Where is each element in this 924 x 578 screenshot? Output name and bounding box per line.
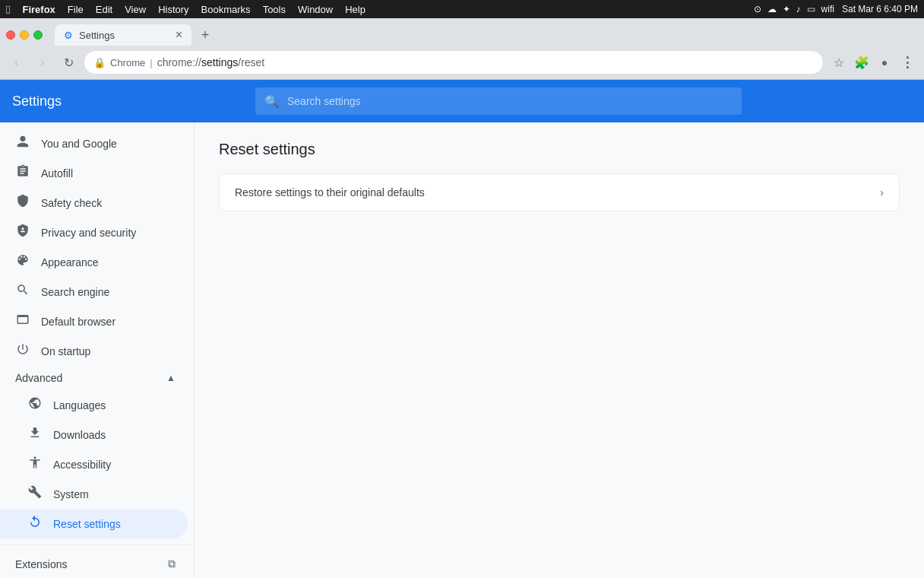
advanced-label: Advanced	[15, 372, 62, 384]
sidebar-item-reset-settings[interactable]: Reset settings	[0, 509, 188, 538]
maximize-window-button[interactable]	[33, 30, 43, 40]
page-title: Reset settings	[219, 141, 900, 158]
sidebar-item-search-engine-label: Search engine	[41, 286, 109, 298]
palette-icon	[15, 253, 30, 271]
sidebar-item-appearance[interactable]: Appearance	[0, 247, 188, 277]
profile-button[interactable]: ●	[874, 52, 895, 73]
menubar-history[interactable]: History	[158, 4, 188, 15]
menubar-firefox[interactable]: Firefox	[22, 4, 55, 15]
download-icon	[27, 426, 43, 443]
sidebar-item-languages-label: Languages	[53, 399, 106, 411]
power-icon	[15, 342, 30, 360]
clipboard-icon	[15, 164, 30, 182]
bluetooth-icon: ✦	[783, 4, 790, 14]
bookmark-button[interactable]: ☆	[828, 52, 850, 73]
sidebar-item-search-engine[interactable]: Search engine	[0, 277, 188, 306]
search-engine-icon	[15, 283, 30, 300]
menubar:  Firefox File Edit View History Bookmar…	[0, 0, 924, 18]
close-window-button[interactable]	[6, 30, 15, 40]
sidebar-item-downloads[interactable]: Downloads	[0, 420, 188, 449]
tab-settings-title: Settings	[79, 30, 169, 41]
sidebar-item-on-startup-label: On startup	[41, 345, 90, 357]
settings-tab[interactable]: ⚙ Settings ×	[55, 24, 191, 46]
menubar-tools[interactable]: Tools	[263, 4, 286, 15]
extensions-label: Extensions	[15, 558, 67, 570]
sidebar-item-accessibility-label: Accessibility	[53, 459, 111, 471]
sidebar-item-downloads-label: Downloads	[53, 429, 106, 441]
back-button[interactable]: ‹	[6, 52, 27, 73]
menubar-view[interactable]: View	[125, 4, 146, 15]
sidebar-item-system-label: System	[53, 488, 89, 500]
browser-icon	[15, 313, 30, 330]
minimize-window-button[interactable]	[20, 30, 29, 40]
forward-button[interactable]: ›	[32, 52, 53, 73]
lock-icon: 🔒	[93, 57, 106, 68]
sidebar-item-languages[interactable]: Languages	[0, 390, 188, 420]
sidebar-item-default-browser-label: Default browser	[41, 316, 115, 328]
wrench-icon	[27, 485, 43, 503]
settings-header: Settings 🔍	[0, 80, 924, 122]
search-icon: 🔍	[264, 94, 280, 109]
new-tab-button[interactable]: +	[195, 24, 216, 46]
window-controls	[6, 30, 43, 40]
address-separator: |	[150, 57, 152, 68]
volume-icon: ♪	[796, 4, 801, 14]
nav-bar: ‹ › ↻ 🔒 Chrome | chrome://settings/reset…	[0, 46, 924, 79]
globe-icon	[27, 396, 43, 414]
refresh-button[interactable]: ↻	[58, 52, 79, 73]
menubar-window[interactable]: Window	[298, 4, 333, 15]
sidebar-divider	[0, 545, 194, 545]
restore-defaults-label: Restore settings to their original defau…	[235, 186, 880, 198]
sidebar: You and Google Autofill Safety check Pri…	[0, 122, 195, 578]
sidebar-item-system[interactable]: System	[0, 479, 188, 509]
main-content: Reset settings Restore settings to their…	[195, 122, 924, 578]
sidebar-item-appearance-label: Appearance	[41, 256, 99, 268]
sidebar-item-accessibility[interactable]: Accessibility	[0, 449, 188, 479]
settings-header-title: Settings	[12, 94, 255, 110]
tab-settings-icon: ⚙	[64, 30, 73, 41]
search-bar[interactable]: 🔍	[255, 87, 742, 115]
external-link-icon: ⧉	[168, 557, 176, 570]
sidebar-item-safety-check[interactable]: Safety check	[0, 188, 188, 218]
sidebar-item-privacy-label: Privacy and security	[41, 227, 136, 239]
accessibility-icon	[27, 456, 43, 473]
person-icon	[15, 135, 30, 152]
sidebar-item-autofill-label: Autofill	[41, 167, 73, 179]
reset-icon	[27, 515, 43, 532]
search-input[interactable]	[287, 95, 733, 107]
wifi-icon: wifi	[821, 4, 834, 14]
shield-icon	[15, 194, 30, 211]
menubar-file[interactable]: File	[68, 4, 84, 15]
url-display: chrome://settings/reset	[157, 56, 265, 68]
menubar-bookmarks[interactable]: Bookmarks	[201, 4, 251, 15]
sidebar-item-extensions[interactable]: Extensions ⧉	[0, 551, 188, 576]
upload-icon: ☁	[767, 4, 777, 14]
screenrecord-icon: ⊙	[754, 4, 761, 14]
menubar-help[interactable]: Help	[345, 4, 365, 15]
datetime: Sat Mar 6 6:40 PM	[842, 4, 918, 14]
sidebar-item-privacy-security[interactable]: Privacy and security	[0, 218, 188, 247]
sidebar-item-safety-check-label: Safety check	[41, 197, 102, 209]
domain-label: Chrome	[110, 57, 145, 68]
address-bar[interactable]: 🔒 Chrome | chrome://settings/reset	[84, 50, 824, 75]
sidebar-item-default-browser[interactable]: Default browser	[0, 306, 188, 336]
settings-wrapper: You and Google Autofill Safety check Pri…	[0, 122, 924, 578]
tab-close-button[interactable]: ×	[176, 29, 182, 41]
sidebar-item-autofill[interactable]: Autofill	[0, 158, 188, 188]
restore-defaults-row[interactable]: Restore settings to their original defau…	[220, 174, 899, 211]
extensions-button[interactable]: 🧩	[851, 52, 872, 73]
sidebar-item-on-startup[interactable]: On startup	[0, 336, 188, 366]
battery-icon: ▭	[807, 4, 815, 14]
menubar-edit[interactable]: Edit	[96, 4, 112, 15]
sidebar-item-reset-label: Reset settings	[53, 518, 121, 530]
apple-menu[interactable]: 	[6, 3, 10, 16]
sidebar-item-you-google-label: You and Google	[41, 138, 117, 150]
menu-button[interactable]: ⋮	[897, 52, 918, 73]
settings-card: Restore settings to their original defau…	[219, 173, 900, 211]
menubar-icons: ⊙ ☁ ✦ ♪ ▭ wifi	[754, 4, 834, 14]
advanced-arrow-icon: ▲	[166, 373, 176, 383]
sidebar-advanced-section[interactable]: Advanced ▲	[0, 366, 188, 390]
shield-lock-icon	[15, 224, 30, 241]
restore-arrow-icon: ›	[880, 186, 884, 198]
sidebar-item-you-and-google[interactable]: You and Google	[0, 129, 188, 158]
